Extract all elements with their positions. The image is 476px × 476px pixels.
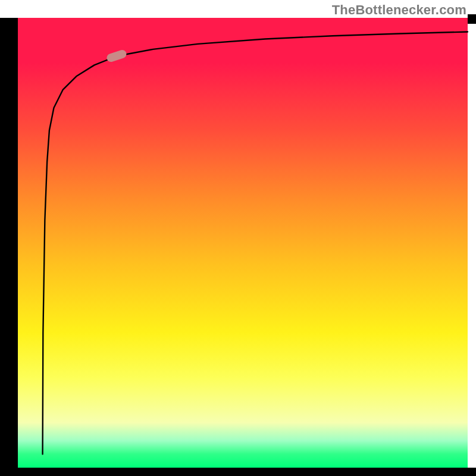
x-axis: [0, 468, 476, 476]
y-axis: [0, 18, 18, 468]
chart-container: TheBottlenecker.com: [0, 0, 476, 476]
axis-corner-notch: [468, 14, 476, 24]
watermark-text: TheBottlenecker.com: [332, 2, 466, 18]
plot-background-gradient: [18, 18, 468, 468]
